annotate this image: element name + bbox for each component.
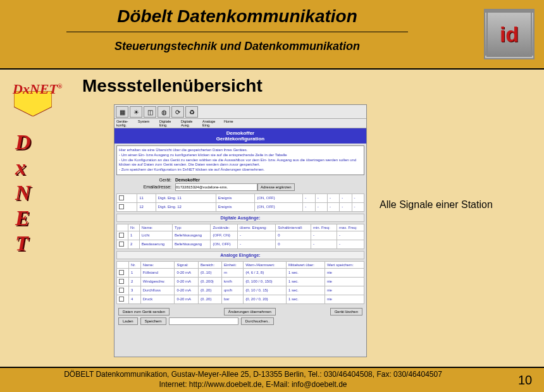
checkbox[interactable]: [119, 270, 124, 275]
footer-bar: DÖBELT Datenkommunikation, Gustav-Meyer-…: [0, 367, 544, 392]
analog-in-table: Nr.Name:Signal:Bereich:Einheit:Warn-/Ala…: [116, 261, 364, 304]
logo-text: id: [500, 22, 519, 47]
panel-toolbar: ▦ ☀ ◫ ◍ ⟳ ♻: [114, 105, 366, 119]
add-address-button[interactable]: Adresse ergänzen: [257, 183, 295, 191]
delete-device-button[interactable]: Gerät löschen: [330, 308, 362, 315]
config-panel: ▦ ☀ ◫ ◍ ⟳ ♻ Geräte- konfig.SystemDigital…: [114, 104, 367, 357]
header-subtitle: Steuerungstechnik und Datenkommunikation: [0, 40, 474, 53]
panel-titlebar: Demokoffer Gerätekonfiguration: [114, 128, 366, 144]
device-name: Demokoffer: [175, 178, 200, 182]
apply-changes-button[interactable]: Änderungen übernehmen: [224, 308, 276, 315]
divider: [66, 32, 408, 32]
footer-address: DÖBELT Datenkommunikation, Gustav-Meyer-…: [0, 370, 506, 380]
table-row[interactable]: 2Windgeschw.0-20 mA{0..200}km/h{0, 100 /…: [117, 277, 364, 286]
send-to-device-button[interactable]: Daten zum Gerät senden: [118, 308, 170, 315]
table-row[interactable]: 2BewässerungBefehlsausgang{ON, OFF}-0--: [117, 240, 364, 248]
checkbox[interactable]: [119, 233, 124, 238]
toolbar-icon-digi-out[interactable]: ◍: [158, 106, 170, 118]
section-digital-out: Digitale Ausgänge:: [116, 214, 364, 222]
toolbar-icon-system[interactable]: ☀: [130, 106, 142, 118]
section-analog-in: Analoge Eingänge:: [116, 251, 364, 259]
toolbar-icon-config[interactable]: ▦: [116, 106, 128, 118]
load-button[interactable]: Laden: [118, 317, 138, 325]
table-row[interactable]: 12Digit. Eing. 12Ereignis{ON, OFF}-----: [117, 202, 364, 211]
checkbox[interactable]: [119, 242, 124, 247]
table-row[interactable]: 11Digit. Eing. 11Ereignis{ON, OFF}-----: [117, 193, 364, 202]
footer-contact: Internet: http://www.doebelt.de, E-Mail:…: [0, 380, 506, 390]
table-row[interactable]: 1LichtBefehlsausgang{OFF, ON}-0--: [117, 231, 364, 240]
page-number: 10: [506, 373, 544, 388]
digital-out-table: Nr.Name:Typ:Zustände:überw. Eingang:Scha…: [116, 224, 364, 249]
file-path-input[interactable]: [169, 317, 238, 325]
toolbar-icon-home[interactable]: ♻: [185, 106, 198, 118]
checkbox[interactable]: [119, 288, 124, 293]
save-button[interactable]: Speichern: [140, 317, 166, 325]
checkbox[interactable]: [119, 297, 124, 302]
header-title: Döbelt Datenkommunikation: [0, 6, 474, 27]
email-input[interactable]: [175, 183, 257, 191]
checkbox[interactable]: [119, 204, 124, 209]
digital-in-table: 11Digit. Eing. 11Ereignis{ON, OFF}----- …: [116, 193, 364, 212]
checkbox[interactable]: [119, 195, 124, 200]
logo: id: [484, 9, 535, 59]
table-row[interactable]: 3Durchfluss0-20 mA{0..20}qm/h{0, 10 / 0,…: [117, 286, 364, 295]
toolbar-icon-digi-in[interactable]: ◫: [144, 106, 156, 118]
slide-title: Messstellenübersicht: [82, 76, 263, 96]
slide-caption: Alle Signale einer Station: [380, 199, 493, 211]
checkbox[interactable]: [119, 279, 124, 284]
browse-button[interactable]: Durchsuchen..: [241, 317, 275, 325]
header-bar: Döbelt Datenkommunikation Steuerungstech…: [0, 0, 544, 70]
table-row[interactable]: 4Druck0-20 mA{0..20}bar{0, 20 / 0, 20}1 …: [117, 295, 364, 303]
table-row[interactable]: 1Füllstand0-20 mA{0..10}m{4, 6 / 2, 8}1 …: [117, 268, 364, 277]
info-text: Hier erhalten sie eine Übersicht über di…: [116, 145, 364, 175]
brand-name: DxNET®: [13, 81, 62, 97]
brand-vertical: DxNET: [15, 130, 31, 256]
toolbar-labels: Geräte- konfig.SystemDigitale Eing.Digit…: [114, 119, 366, 128]
device-row: Gerät:Demokoffer: [114, 177, 366, 183]
toolbar-icon-analog[interactable]: ⟳: [171, 106, 184, 118]
email-row: Emailadresse: Adresse ergänzen: [114, 183, 366, 192]
